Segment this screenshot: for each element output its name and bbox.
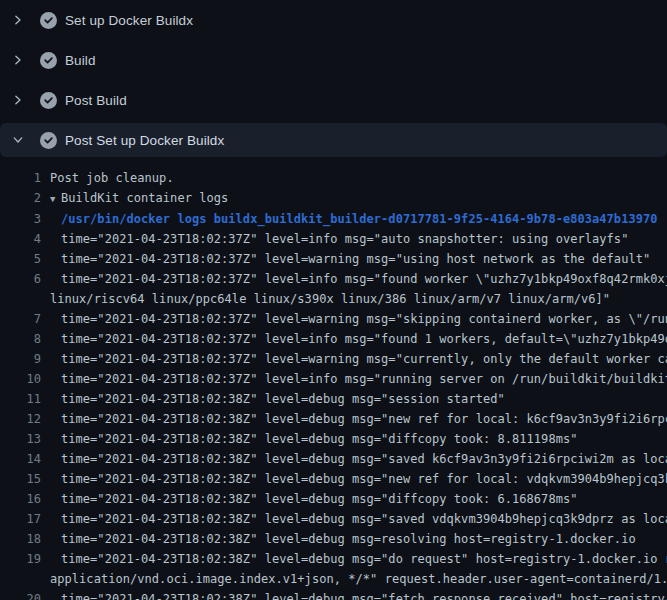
actions-log-viewer: Set up Docker BuildxBuildPost BuildPost … [0, 0, 667, 600]
log-text: time="2021-04-23T18:02:37Z" level=warnin… [41, 249, 650, 269]
line-number[interactable]: 20 [0, 589, 41, 600]
log-line-16: 16time="2021-04-23T18:02:38Z" level=debu… [0, 489, 667, 509]
log-text: time="2021-04-23T18:02:38Z" level=debug … [41, 529, 636, 549]
log-line-6: 6time="2021-04-23T18:02:37Z" level=info … [0, 269, 667, 289]
log-text: Post job cleanup. [41, 168, 174, 188]
log-text: time="2021-04-23T18:02:38Z" level=debug … [41, 409, 667, 429]
line-number[interactable]: 13 [0, 429, 41, 449]
log-text: time="2021-04-23T18:02:38Z" level=debug … [41, 549, 667, 569]
log-text: time="2021-04-23T18:02:37Z" level=warnin… [41, 309, 667, 329]
chevron-right-icon [12, 54, 24, 66]
chevron-down-icon [12, 134, 24, 146]
line-number[interactable]: 7 [0, 309, 41, 329]
line-number[interactable]: 14 [0, 449, 41, 469]
step-label: Build [65, 53, 96, 68]
line-number[interactable]: 9 [0, 349, 41, 369]
step-row-2[interactable]: Post Build [0, 83, 667, 117]
line-number [0, 569, 41, 589]
log-line-continuation: linux/riscv64 linux/ppc64le linux/s390x … [0, 289, 667, 309]
log-text: time="2021-04-23T18:02:37Z" level=warnin… [41, 349, 667, 369]
log-area: 1Post job cleanup.2▼BuildKit container l… [0, 168, 667, 600]
log-line-continuation: application/vnd.oci.image.index.v1+json,… [0, 569, 667, 589]
line-number[interactable]: 1 [0, 168, 41, 188]
log-line-7: 7time="2021-04-23T18:02:37Z" level=warni… [0, 309, 667, 329]
step-label: Post Set up Docker Buildx [65, 133, 224, 148]
log-line-8: 8time="2021-04-23T18:02:37Z" level=info … [0, 329, 667, 349]
log-text: time="2021-04-23T18:02:38Z" level=debug … [41, 389, 505, 409]
line-number[interactable]: 15 [0, 469, 41, 489]
line-number[interactable]: 12 [0, 409, 41, 429]
chevron-right-icon [12, 14, 24, 26]
log-text: application/vnd.oci.image.index.v1+json,… [41, 569, 667, 589]
log-text: linux/riscv64 linux/ppc64le linux/s390x … [41, 289, 610, 309]
log-line-5: 5time="2021-04-23T18:02:37Z" level=warni… [0, 249, 667, 269]
log-line-1: 1Post job cleanup. [0, 168, 667, 188]
collapse-triangle-icon[interactable]: ▼ [50, 189, 61, 209]
log-line-3: 3/usr/bin/docker logs buildx_buildkit_bu… [0, 209, 667, 229]
check-circle-icon [40, 12, 57, 29]
log-line-14: 14time="2021-04-23T18:02:38Z" level=debu… [0, 449, 667, 469]
log-text: time="2021-04-23T18:02:38Z" level=debug … [41, 509, 667, 529]
line-number[interactable]: 10 [0, 369, 41, 389]
log-line-17: 17time="2021-04-23T18:02:38Z" level=debu… [0, 509, 667, 529]
line-number[interactable]: 16 [0, 489, 41, 509]
line-number[interactable]: 17 [0, 509, 41, 529]
line-number[interactable]: 19 [0, 549, 41, 569]
log-text: time="2021-04-23T18:02:38Z" level=debug … [41, 589, 667, 600]
log-line-12: 12time="2021-04-23T18:02:38Z" level=debu… [0, 409, 667, 429]
chevron-right-icon [12, 94, 24, 106]
log-text: time="2021-04-23T18:02:38Z" level=debug … [41, 429, 578, 449]
log-text: time="2021-04-23T18:02:38Z" level=debug … [41, 489, 578, 509]
log-line-9: 9time="2021-04-23T18:02:37Z" level=warni… [0, 349, 667, 369]
line-number[interactable]: 5 [0, 249, 41, 269]
step-label: Set up Docker Buildx [65, 13, 193, 28]
log-line-4: 4time="2021-04-23T18:02:37Z" level=info … [0, 229, 667, 249]
check-circle-icon [40, 52, 57, 69]
step-label: Post Build [65, 93, 127, 108]
step-row-3[interactable]: Post Set up Docker Buildx [0, 123, 667, 157]
log-line-18: 18time="2021-04-23T18:02:38Z" level=debu… [0, 529, 667, 549]
log-line-10: 10time="2021-04-23T18:02:37Z" level=info… [0, 369, 667, 389]
log-line-11: 11time="2021-04-23T18:02:38Z" level=debu… [0, 389, 667, 409]
log-line-20: 20time="2021-04-23T18:02:38Z" level=debu… [0, 589, 667, 600]
line-number[interactable]: 18 [0, 529, 41, 549]
log-text[interactable]: ▼BuildKit container logs [41, 188, 228, 209]
log-text: time="2021-04-23T18:02:37Z" level=info m… [41, 269, 667, 289]
log-text: time="2021-04-23T18:02:38Z" level=debug … [41, 469, 667, 489]
log-line-13: 13time="2021-04-23T18:02:38Z" level=debu… [0, 429, 667, 449]
log-text: time="2021-04-23T18:02:37Z" level=info m… [41, 329, 667, 349]
line-number[interactable]: 3 [0, 209, 41, 229]
log-text: time="2021-04-23T18:02:38Z" level=debug … [41, 449, 667, 469]
log-text: time="2021-04-23T18:02:37Z" level=info m… [41, 229, 628, 249]
step-row-1[interactable]: Build [0, 43, 667, 77]
step-row-0[interactable]: Set up Docker Buildx [0, 3, 667, 37]
line-number [0, 289, 41, 309]
line-number[interactable]: 11 [0, 389, 41, 409]
line-number[interactable]: 2 [0, 188, 41, 209]
log-text: time="2021-04-23T18:02:37Z" level=info m… [41, 369, 667, 389]
check-circle-icon [40, 92, 57, 109]
steps-list: Set up Docker BuildxBuildPost BuildPost … [0, 0, 667, 157]
line-number[interactable]: 8 [0, 329, 41, 349]
line-number[interactable]: 4 [0, 229, 41, 249]
log-line-2: 2▼BuildKit container logs [0, 188, 667, 209]
check-circle-icon [40, 132, 57, 149]
log-line-19: 19time="2021-04-23T18:02:38Z" level=debu… [0, 549, 667, 569]
log-command-text: /usr/bin/docker logs buildx_buildkit_bui… [41, 209, 658, 229]
line-number[interactable]: 6 [0, 269, 41, 289]
log-line-15: 15time="2021-04-23T18:02:38Z" level=debu… [0, 469, 667, 489]
